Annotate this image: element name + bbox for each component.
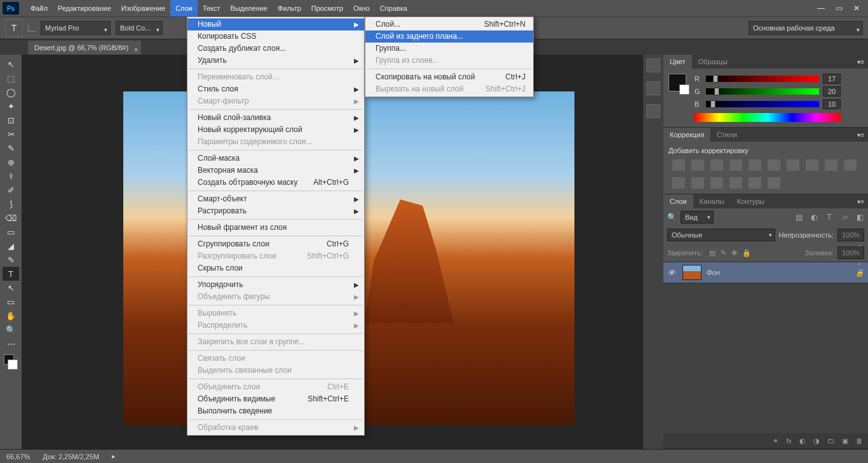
tool-14[interactable]: ✎ [3,253,19,267]
menu-файл[interactable]: Файл [25,0,53,17]
layers-menu-item-24[interactable]: Скрыть слои [187,262,364,274]
adjustment-icon-4[interactable] [749,159,761,171]
fill-value[interactable]: 100% [837,246,864,259]
adjustment-icon-5[interactable] [768,159,780,171]
filter-adjust-icon[interactable]: ◐ [810,213,818,222]
tab-layers[interactable]: Слои [663,194,693,208]
mask-icon[interactable]: ◐ [799,437,806,445]
r-value[interactable]: 17 [823,74,841,84]
search-icon[interactable]: 🔍 [667,213,677,222]
tool-6[interactable]: ✎ [3,141,19,155]
layers-menu-item-1[interactable]: Копировать CSS [187,30,364,43]
menu-слои[interactable]: Слои [170,0,198,17]
tool-4[interactable]: ⊡ [3,113,19,127]
tool-13[interactable]: ◢ [3,239,19,253]
b-value[interactable]: 10 [823,99,841,109]
tab-swatches[interactable]: Образцы [692,55,734,69]
layers-menu-item-6[interactable]: Стиль слоя▶ [187,83,364,95]
new-submenu-item-0[interactable]: Слой...Shift+Ctrl+N [365,18,533,30]
tool-9[interactable]: ✐ [3,183,19,197]
zoom-level[interactable]: 66,67% [6,453,30,460]
tool-11[interactable]: ⌫ [3,211,19,225]
tool-2[interactable]: ◯ [3,85,19,99]
properties-panel-icon[interactable] [646,81,660,95]
tool-19[interactable]: 🔍 [3,323,19,337]
adjustment-icon-13[interactable] [729,177,742,189]
new-submenu-item-1[interactable]: Слой из заднего плана... [365,30,533,43]
layers-menu-item-22[interactable]: Сгруппировать слоиCtrl+G [187,238,364,250]
tab-paths[interactable]: Контуры [731,194,771,208]
maximize-button[interactable]: ▭ [830,2,848,15]
layers-menu-item-3[interactable]: Удалить▶ [187,55,364,67]
filter-shape-icon[interactable]: ▱ [840,213,849,222]
adjustment-icon-9[interactable] [844,159,857,171]
menu-текст[interactable]: Текст [198,0,226,17]
new-submenu-item-5[interactable]: Скопировать на новый слойCtrl+J [365,71,533,83]
adjustment-icon-3[interactable] [729,159,742,171]
adjustment-icon-1[interactable] [691,159,704,171]
tool-15[interactable]: T [3,267,19,281]
panel-menu-icon[interactable]: ▾≡ [853,198,868,205]
font-family-select[interactable]: Myriad Pro [41,21,111,35]
panel-menu-icon[interactable]: ▾≡ [853,131,868,138]
menu-справка[interactable]: Справка [375,0,412,17]
delete-layer-icon[interactable]: 🗑 [856,437,863,445]
adjustment-icon-10[interactable] [672,177,685,189]
layers-menu-item-15[interactable]: Создать обтравочную маскуAlt+Ctrl+G [187,177,364,189]
tool-20[interactable]: ⋯ [3,337,19,351]
menu-выделение[interactable]: Выделение [226,0,273,17]
tool-16[interactable]: ↖ [3,281,19,295]
layers-menu-item-2[interactable]: Создать дубликат слоя... [187,43,364,55]
layers-menu-item-13[interactable]: Слой-маска▶ [187,152,364,164]
new-submenu-item-2[interactable]: Группа... [365,43,533,55]
lock-pixels-icon[interactable]: ✎ [721,249,726,257]
tool-12[interactable]: ▭ [3,225,19,239]
current-tool-indicator[interactable]: T [5,19,23,37]
opacity-value[interactable]: 100% [837,229,864,241]
link-layers-icon[interactable]: ⚭ [773,437,778,445]
fx-icon[interactable]: fx [786,437,792,445]
minimize-button[interactable]: — [812,2,830,15]
tool-1[interactable]: ⬚ [3,71,19,85]
layer-filter-kind[interactable]: Вид [681,211,714,224]
tab-channels[interactable]: Каналы [693,194,731,208]
layers-menu-item-38[interactable]: Объединить видимыеShift+Ctrl+E [187,393,364,405]
adjustment-icon-8[interactable] [825,159,837,171]
adjustment-icon-12[interactable] [710,177,723,189]
tool-5[interactable]: ✂ [3,127,19,141]
adjustment-icon-11[interactable] [691,177,704,189]
filter-smart-icon[interactable]: ◧ [855,213,864,222]
foreground-color-swatch[interactable] [668,74,686,91]
tool-10[interactable]: ⟆ [3,197,19,211]
tool-18[interactable]: ✋ [3,309,19,323]
layers-menu-item-17[interactable]: Смарт-объект▶ [187,193,364,205]
adjustment-icon-7[interactable] [806,159,818,171]
layers-menu-item-10[interactable]: Новый корректирующий слой▶ [187,124,364,136]
g-value[interactable]: 20 [823,86,841,97]
g-slider[interactable] [706,88,819,95]
character-panel-icon[interactable] [646,104,660,118]
menu-изображение[interactable]: Изображение [116,0,170,17]
adjustment-icon-2[interactable] [710,159,723,171]
new-layer-icon[interactable]: ▣ [842,437,848,445]
close-button[interactable]: ✕ [848,2,865,15]
lock-transparency-icon[interactable]: ▨ [709,249,715,257]
menu-окно[interactable]: Окно [348,0,375,17]
adjustment-icon-15[interactable] [768,177,780,189]
adjustment-layer-icon[interactable]: ◑ [813,437,820,445]
history-panel-icon[interactable] [646,58,660,72]
tab-styles[interactable]: Стили [710,128,743,142]
filter-type-icon[interactable]: T [825,213,834,222]
group-icon[interactable]: 🗀 [827,437,834,445]
tool-0[interactable]: ↖ [3,57,19,71]
tool-8[interactable]: ⚕ [3,169,19,183]
layers-menu-item-18[interactable]: Растрировать▶ [187,205,364,217]
visibility-icon[interactable]: 👁 [667,268,677,278]
color-swatches[interactable] [3,353,19,371]
tool-17[interactable]: ▭ [3,295,19,309]
b-slider[interactable] [706,101,819,107]
adjustment-icon-6[interactable] [787,159,799,171]
layer-thumbnail[interactable] [682,265,702,280]
layers-menu-item-20[interactable]: Новый фрагмент из слоя [187,222,364,234]
lock-all-icon[interactable]: 🔒 [742,249,751,257]
